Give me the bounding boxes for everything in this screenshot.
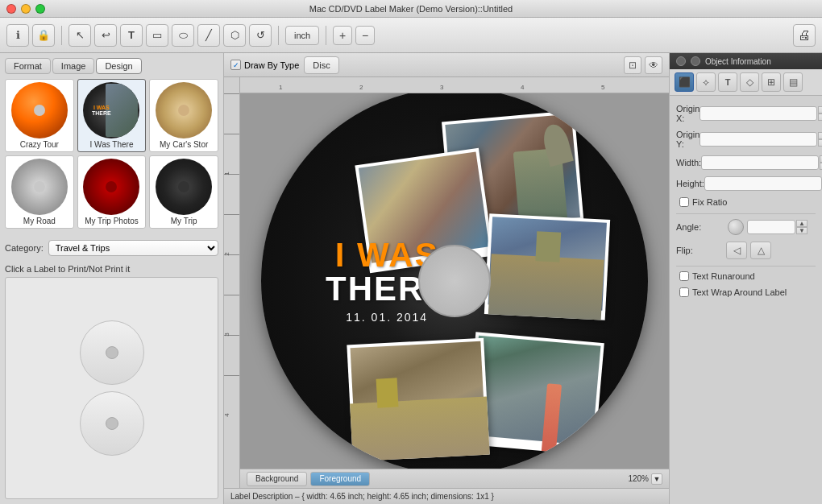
print-cd-bottom[interactable] (80, 391, 144, 456)
divider-2 (676, 266, 816, 266)
template-item-my-trip-photos[interactable]: My Trip Photos (77, 155, 147, 229)
origin-x-stepper: ▲ ▼ (818, 106, 822, 121)
status-bar: Label Description – { width: 4.65 inch; … (224, 488, 669, 504)
rect-tool-button[interactable]: ▭ (146, 24, 168, 47)
angle-knob[interactable] (728, 219, 744, 235)
tab-image[interactable]: Image (52, 58, 95, 74)
photo-girl-inner (470, 336, 600, 446)
tab-format[interactable]: Format (5, 58, 51, 74)
height-input[interactable] (704, 176, 822, 191)
unit-button[interactable]: inch (285, 26, 319, 45)
template-thumb-i-was-there: I WAS THERE (83, 82, 139, 138)
template-thumb-my-trip-photos (83, 159, 139, 215)
rp-icon-color[interactable]: ▤ (783, 72, 803, 92)
width-input[interactable] (701, 155, 819, 170)
view-toggle-button[interactable]: ⊡ (624, 56, 641, 74)
cd-disc[interactable]: I WAS THERE 11. 01. 2014 (261, 93, 648, 469)
rp-icon-type[interactable]: T (718, 72, 737, 92)
cd-hole-6 (178, 181, 189, 192)
origin-x-down[interactable]: ▼ (818, 114, 822, 121)
background-tab-label: Background (255, 474, 298, 483)
category-select[interactable]: Travel & Trips (48, 240, 218, 256)
angle-up[interactable]: ▲ (796, 220, 807, 227)
rph-close[interactable] (676, 56, 686, 66)
toolbar-separator-2 (278, 26, 279, 45)
rp-icon-shape[interactable]: ◇ (740, 72, 759, 92)
rph-minimize[interactable] (691, 56, 700, 66)
photo-building-inner (488, 217, 607, 310)
height-row: Height: ▲ ▼ (676, 176, 816, 191)
minimize-button[interactable] (21, 4, 31, 14)
right-panel-icons: ⬛ ⟡ T ◇ ⊞ ▤ (670, 69, 822, 96)
origin-x-up[interactable]: ▲ (818, 106, 822, 114)
fix-ratio-checkbox[interactable] (679, 197, 689, 207)
print-cd-hole-top (106, 346, 118, 359)
zoom-in-button[interactable]: + (333, 26, 352, 45)
close-button[interactable] (6, 4, 16, 14)
origin-y-up[interactable]: ▲ (818, 132, 822, 139)
text-wrap-label: Text Wrap Around Label (692, 287, 787, 297)
template-item-my-road[interactable]: My Road (5, 155, 74, 229)
angle-label: Angle: (676, 222, 724, 232)
maximize-button[interactable] (35, 4, 45, 14)
flip-vertical-button[interactable]: △ (750, 242, 771, 259)
print-preview (5, 277, 218, 499)
canvas-viewport[interactable]: I WAS THERE 11. 01. 2014 (240, 93, 669, 469)
template-item-i-was-there[interactable]: I WAS THERE I Was There (77, 79, 147, 152)
zoom-dropdown-button[interactable]: ▼ (651, 473, 662, 485)
width-row: Width: ▲ ▼ (676, 155, 816, 170)
text-wrap-checkbox[interactable] (679, 287, 689, 297)
category-label: Category: (5, 243, 44, 253)
width-label: Width: (676, 158, 701, 167)
category-row: Category: Travel & Trips (5, 240, 218, 256)
origin-y-down[interactable]: ▼ (818, 139, 822, 147)
zoom-out-button[interactable]: − (355, 26, 375, 45)
print-button[interactable]: 🖨 (793, 24, 816, 47)
template-thumb-my-trip (156, 159, 212, 215)
rotate-tool-button[interactable]: ↺ (249, 24, 272, 47)
text-runaround-row: Text Runaround (676, 271, 816, 281)
angle-down[interactable]: ▼ (796, 227, 807, 234)
lock-tool-button[interactable]: 🔒 (32, 24, 55, 47)
tab-bar: Format Image Design (5, 58, 218, 74)
tab-design[interactable]: Design (96, 58, 141, 74)
template-label-crazy-tour: Crazy Tour (8, 140, 71, 149)
fix-ratio-label: Fix Ratio (692, 197, 727, 207)
visibility-button[interactable]: 👁 (645, 56, 662, 74)
text-runaround-checkbox[interactable] (679, 271, 689, 281)
disc-button[interactable]: Disc (304, 56, 338, 74)
template-item-crazy-tour[interactable]: Crazy Tour (5, 79, 74, 152)
cd-hole-4 (34, 181, 45, 192)
info-tool-button[interactable]: ℹ (6, 24, 29, 47)
undo-tool-button[interactable]: ↩ (94, 24, 117, 47)
flip-row: Flip: ◁ △ (676, 242, 816, 259)
origin-x-input[interactable] (700, 106, 817, 121)
line-tool-button[interactable]: ╱ (197, 24, 220, 47)
rp-icon-rect[interactable]: ⬛ (675, 72, 694, 92)
origin-y-input[interactable] (700, 132, 817, 147)
rp-icon-bezier[interactable]: ⟡ (696, 72, 716, 92)
photo-parliament[interactable] (347, 338, 489, 462)
print-cd-top[interactable] (80, 320, 144, 385)
angle-input[interactable] (747, 220, 795, 234)
template-item-my-cars[interactable]: My Car's Stor (149, 79, 218, 152)
background-tab[interactable]: Background (247, 472, 307, 486)
flip-horizontal-button[interactable]: ◁ (726, 242, 747, 259)
cd-hole (34, 105, 45, 116)
draw-by-type-checkbox[interactable]: ✓ (230, 60, 241, 70)
text-tool-button[interactable]: T (120, 24, 143, 47)
template-grid: Crazy Tour I WAS THERE I Was There (5, 79, 218, 229)
cd-center-hole (418, 245, 491, 317)
template-label-my-cars: My Car's Stor (152, 140, 215, 149)
shape-tool-button[interactable]: ⬡ (223, 24, 246, 47)
rp-icon-gradient[interactable]: ⊞ (762, 72, 781, 92)
foreground-tab[interactable]: Foreground (310, 472, 370, 486)
photo-building[interactable] (484, 213, 610, 320)
zoom-value: 120% (628, 474, 649, 483)
template-thumb-my-cars (156, 82, 212, 138)
arrow-tool-button[interactable]: ↖ (68, 24, 91, 47)
window-title: Mac CD/DVD Label Maker (Demo Version)::U… (309, 4, 513, 14)
template-item-my-trip[interactable]: My Trip (149, 155, 218, 229)
oval-tool-button[interactable]: ⬭ (172, 24, 194, 47)
toolbar-separator-3 (326, 26, 326, 45)
